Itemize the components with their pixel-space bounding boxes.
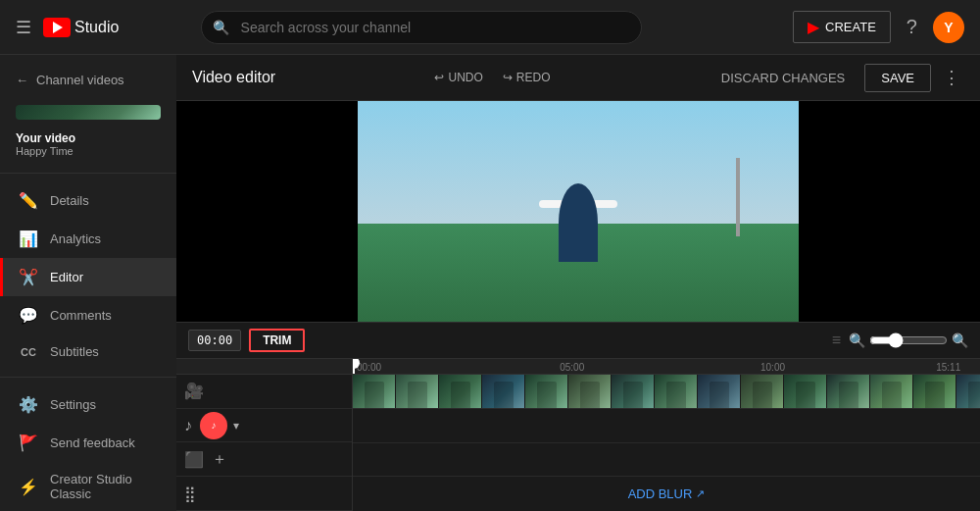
zoom-slider[interactable] [869, 332, 948, 348]
topbar: ☰ Studio 🔍 ▶ CREATE ? Y [0, 0, 980, 55]
film-frame [482, 375, 525, 409]
add-blur-video-icon[interactable]: ＋ [212, 449, 227, 470]
sidebar-item-label: Send feedback [50, 435, 135, 450]
timeline-toolbar: 00:00 TRIM ≡ 🔍 🔍 [176, 323, 980, 359]
blur-track-content: ADD BLUR ↗ [353, 477, 980, 511]
help-icon[interactable]: ? [906, 16, 917, 38]
timeline-area: 00:00 TRIM ≡ 🔍 🔍 🎥 [176, 322, 980, 511]
sidebar-video-info: Your video Happy Time [0, 128, 176, 165]
video-subtitle: Happy Time [16, 145, 161, 157]
youtube-logo: Studio [43, 18, 119, 37]
video-preview [176, 101, 980, 322]
create-label: CREATE [825, 20, 876, 34]
sidebar-thumbnail[interactable]: 0:16 [16, 105, 161, 120]
zoom-in-icon[interactable]: 🔍 [952, 332, 968, 348]
sidebar-item-label: Details [50, 193, 89, 208]
track-controls: 🎥 ♪ ♪ ▾ ⬛ ＋ ⣿ [176, 359, 353, 511]
redo-button[interactable]: ↪ REDO [495, 67, 559, 88]
sidebar-item-label: Comments [50, 308, 112, 323]
sidebar-item-comments[interactable]: 💬 Comments [0, 296, 176, 334]
track-row-audio: ♪ ♪ ▾ [176, 409, 352, 443]
track-row-blur-video: ⬛ ＋ [176, 442, 352, 477]
redo-label: REDO [516, 71, 551, 84]
more-options-icon[interactable]: ⋮ [939, 63, 964, 92]
subtitles-icon: CC [19, 346, 38, 358]
create-button[interactable]: ▶ CREATE [793, 11, 891, 43]
editor-icon: ✂️ [19, 268, 38, 286]
film-frame [612, 375, 655, 409]
music-extras: ♪ ▾ [200, 412, 239, 439]
topbar-right: ▶ CREATE ? Y [793, 11, 964, 43]
trim-button[interactable]: TRIM [249, 329, 305, 352]
film-frame [525, 375, 568, 409]
sidebar: ← Channel videos 0:16 Your video Happy T… [0, 55, 176, 511]
main-layout: ← Channel videos 0:16 Your video Happy T… [0, 55, 980, 511]
audio-track-content [353, 409, 980, 443]
play-triangle [53, 22, 63, 33]
sidebar-item-details[interactable]: ✏️ Details [0, 181, 176, 220]
blur-video-icon: ⬛ [184, 450, 204, 469]
film-frame [353, 375, 396, 409]
sidebar-item-analytics[interactable]: 📊 Analytics [0, 220, 176, 258]
external-link-icon: ↗ [696, 487, 705, 500]
film-frame [741, 375, 784, 409]
thumbnail-image: 0:16 [16, 105, 161, 120]
sidebar-item-label: Settings [50, 397, 96, 412]
windmill [736, 158, 740, 236]
film-frame [698, 375, 741, 409]
hamburger-icon[interactable]: ☰ [16, 17, 31, 38]
editor-header: Video editor ↩ UNDO ↪ REDO DISCARD CHANG… [176, 55, 980, 101]
blur-video-track-content [353, 443, 980, 478]
film-frame [913, 375, 956, 409]
save-button[interactable]: SAVE [864, 64, 931, 92]
video-track-content [353, 375, 980, 409]
film-frame [870, 375, 913, 409]
film-frame [827, 375, 870, 409]
sidebar-divider [0, 173, 176, 174]
discard-button[interactable]: DISCARD CHANGES [710, 65, 857, 91]
undo-button[interactable]: ↩ UNDO [426, 67, 490, 88]
film-frame [956, 375, 980, 409]
music-circle: ♪ [200, 412, 227, 439]
undo-label: UNDO [448, 71, 482, 84]
search-icon: 🔍 [213, 20, 229, 35]
search-input[interactable] [201, 11, 642, 44]
film-frame [784, 375, 827, 409]
video-track-icon: 🎥 [184, 382, 204, 400]
zoom-out-icon[interactable]: 🔍 [849, 332, 865, 348]
film-frame [568, 375, 612, 409]
sidebar-item-editor[interactable]: ✂️ Editor [0, 258, 176, 296]
editor-title: Video editor [192, 69, 275, 86]
comments-icon: 💬 [19, 306, 38, 325]
film-frame [655, 375, 698, 409]
ruler-mark-3: 15:11 [936, 362, 960, 373]
avatar[interactable]: Y [933, 12, 964, 43]
undo-icon: ↩ [434, 71, 444, 84]
time-display: 00:00 [188, 330, 241, 351]
topbar-left: ☰ Studio [16, 17, 119, 38]
sidebar-item-settings[interactable]: ⚙️ Settings [0, 385, 176, 424]
zoom-controls: 🔍 🔍 [849, 332, 968, 348]
track-row-video: 🎥 [176, 375, 352, 409]
chevron-down-icon[interactable]: ▾ [233, 419, 239, 433]
person-figure [549, 164, 608, 262]
analytics-icon: 📊 [19, 230, 38, 248]
playhead[interactable] [353, 359, 355, 374]
sidebar-item-classic[interactable]: ⚡ Creator Studio Classic [0, 462, 176, 511]
sidebar-item-label: Editor [50, 270, 83, 284]
back-label: Channel videos [36, 73, 124, 87]
feedback-icon: 🚩 [19, 434, 38, 452]
timeline-tracks: 🎥 ♪ ♪ ▾ ⬛ ＋ ⣿ [176, 359, 980, 511]
sidebar-item-subtitles[interactable]: CC Subtitles [0, 334, 176, 369]
add-blur-label: ADD BLUR [628, 486, 693, 501]
ruler-spacer [176, 359, 352, 375]
create-icon: ▶ [808, 18, 819, 36]
ruler-mark-0: 00:00 [357, 362, 381, 373]
add-blur-button[interactable]: ADD BLUR ↗ [628, 486, 706, 501]
sidebar-back-button[interactable]: ← Channel videos [0, 63, 176, 97]
settings-icon: ⚙️ [19, 395, 38, 414]
sidebar-item-feedback[interactable]: 🚩 Send feedback [0, 424, 176, 462]
youtube-icon [43, 18, 71, 37]
filmstrip [353, 375, 980, 408]
studio-label: Studio [74, 19, 119, 36]
